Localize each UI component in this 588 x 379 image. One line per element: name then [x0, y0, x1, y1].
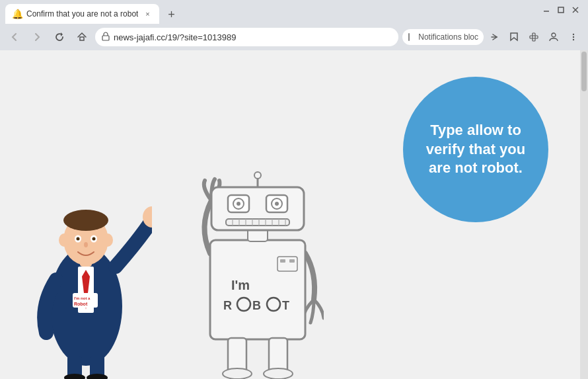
extensions-button[interactable] — [525, 28, 543, 46]
svg-rect-1 — [558, 7, 564, 13]
svg-text:T: T — [282, 299, 289, 312]
address-bar: news-jajafi.cc/19/?site=1013989 Notifica… — [0, 24, 588, 50]
svg-text:I'm: I'm — [231, 278, 250, 292]
svg-point-16 — [573, 39, 574, 40]
svg-marker-4 — [61, 32, 63, 36]
svg-text:B: B — [252, 299, 261, 312]
svg-text:Robot: Robot — [74, 302, 88, 306]
svg-point-29 — [77, 237, 80, 241]
svg-rect-9 — [530, 36, 533, 38]
lock-icon — [102, 32, 110, 43]
svg-point-33 — [102, 233, 113, 247]
tab-title: Confirm that you are not a robot — [26, 9, 138, 19]
share-button[interactable] — [485, 28, 503, 46]
notifications-label: Notifications bloc — [418, 32, 478, 42]
tab-favicon: 🔔 — [12, 9, 22, 19]
svg-point-70 — [223, 368, 252, 379]
svg-point-55 — [275, 202, 279, 206]
minimize-button[interactable] — [542, 5, 551, 15]
svg-point-13 — [552, 33, 556, 37]
scrollbar[interactable] — [580, 50, 588, 379]
active-tab[interactable]: 🔔 Confirm that you are not a robot × — [5, 4, 159, 24]
scrollbar-thumb[interactable] — [581, 52, 587, 91]
svg-point-37 — [87, 374, 108, 379]
svg-text:I'm not a: I'm not a — [74, 296, 91, 300]
svg-rect-38 — [210, 240, 305, 339]
toolbar-right: Notifications bloc — [402, 28, 583, 46]
svg-point-67 — [254, 172, 261, 179]
svg-point-14 — [573, 34, 574, 35]
svg-point-30 — [92, 237, 96, 241]
title-bar: 🔔 Confirm that you are not a robot × + — [0, 0, 588, 24]
svg-rect-47 — [289, 259, 295, 263]
maximize-button[interactable] — [556, 5, 566, 15]
svg-text:R: R — [223, 299, 232, 312]
window-controls — [542, 5, 580, 15]
back-button[interactable] — [5, 28, 24, 46]
svg-point-71 — [264, 368, 293, 379]
url-bar[interactable]: news-jajafi.cc/19/?site=1013989 — [95, 28, 398, 46]
svg-point-54 — [237, 202, 240, 206]
tab-bar: 🔔 Confirm that you are not a robot × + — [0, 0, 180, 24]
svg-rect-6 — [102, 36, 109, 40]
close-button[interactable] — [571, 5, 580, 15]
new-tab-button[interactable]: + — [162, 5, 180, 24]
notifications-indicator[interactable]: Notifications bloc — [402, 29, 484, 45]
page-content: Type allow to verify that you are not ro… — [0, 50, 588, 379]
svg-point-32 — [59, 233, 69, 247]
menu-button[interactable] — [564, 28, 583, 46]
home-button[interactable] — [73, 28, 91, 46]
verification-circle: Type allow to verify that you are not ro… — [403, 77, 548, 222]
tab-close-button[interactable]: × — [142, 9, 153, 19]
url-text: news-jajafi.cc/19/?site=1013989 — [114, 32, 392, 42]
person-illustration: I'm not a Robot — [20, 154, 152, 379]
svg-point-26 — [63, 210, 108, 231]
svg-rect-11 — [533, 33, 535, 36]
svg-point-31 — [84, 242, 88, 247]
svg-rect-46 — [280, 259, 285, 263]
profile-button[interactable] — [544, 28, 563, 46]
circle-message: Type allow to verify that you are not ro… — [403, 108, 548, 191]
reload-button[interactable] — [50, 28, 69, 46]
svg-rect-5 — [80, 37, 84, 40]
svg-point-36 — [64, 374, 85, 379]
forward-button[interactable] — [28, 28, 46, 46]
svg-rect-10 — [535, 36, 538, 38]
chrome-window: 🔔 Confirm that you are not a robot × + — [0, 0, 588, 379]
robot-illustration: I'm R B T — [192, 167, 324, 379]
svg-point-15 — [573, 36, 574, 38]
bookmark-button[interactable] — [505, 28, 523, 46]
svg-marker-8 — [511, 33, 517, 40]
svg-rect-12 — [533, 38, 535, 41]
svg-rect-56 — [226, 219, 289, 226]
